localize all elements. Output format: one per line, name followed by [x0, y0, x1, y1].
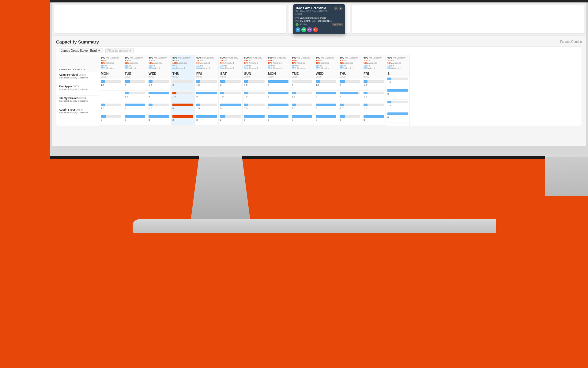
day-cell: 1.5 [314, 79, 338, 91]
day-cell: 1.5 [195, 79, 218, 91]
popup-location-row: 23290 🚗 50% [296, 23, 343, 26]
day-cell: 1.5 [338, 102, 362, 114]
day-cell: 8 [266, 91, 290, 102]
day-cell: 8 [171, 114, 194, 126]
day-cell [99, 91, 123, 102]
day-cell: 2 [338, 114, 362, 126]
filter-selector[interactable]: Filter by role(s) ▼ [105, 48, 134, 53]
staff-col-header: STAFF ALLOCATION [59, 68, 85, 71]
popup-pm-row: PM James Blundell/eronhaus [296, 17, 343, 19]
day-cell: 1.5 [290, 102, 314, 114]
day-cell: 8 [147, 91, 171, 102]
day-cell: 1.5 [147, 102, 171, 114]
day-cell: 2 [219, 79, 242, 91]
day-cell: 2 [99, 114, 123, 126]
day-cell: 8 [290, 114, 314, 126]
day-cell: 8 [314, 91, 338, 102]
day-col-thu-3: 500 hrs Capacity 500hrs 100% Assigned 0h… [171, 55, 195, 126]
day-cell: 8 [195, 114, 218, 126]
day-cell: 1.5 [386, 100, 409, 111]
day-col-tue-8: 500 hrs Capacity 300hrs 60% Assigned 150… [290, 55, 314, 126]
day-cell: 1.5 [243, 102, 266, 114]
day-col-fri-4: 500 hrs Capacity 300hrs 60% Assigned 150… [195, 55, 219, 126]
day-col-thu-10: 500 hrs Capacity 300hrs 60% Assigned 150… [338, 55, 362, 126]
day-col-sat-5: 500 hrs Capacity 300hrs 60% Assigned 150… [219, 55, 243, 126]
day-cell: 1.5 [219, 91, 242, 102]
day-col-s-12: 500 hrs Capacity 300hrs 60% Assigned 150… [386, 55, 410, 126]
day-cell: 1.5 [243, 91, 266, 102]
expand-link[interactable]: Expand/Condse [560, 40, 582, 44]
day-cell: 7 [338, 91, 362, 102]
day-cell: 1.5 [99, 102, 123, 114]
day-cell: 1.5 [123, 91, 147, 102]
day-cell: 8 [195, 91, 218, 102]
staff-row: Jimmy Cricket 00834 Electrical Supply Op… [56, 96, 99, 107]
day-cell: 8 [314, 114, 338, 126]
day-col-mon-7: 500 hrs Capacity 300hrs 60% Assigned 150… [266, 55, 290, 126]
day-cell: 1.5 [290, 91, 314, 102]
day-cell: 8 [266, 102, 290, 114]
staff-selector[interactable]: James Dean, Steven Brad ▼ [59, 48, 103, 53]
day-cell: 1.5 [362, 79, 386, 91]
day-cell: 8 [386, 111, 409, 123]
staff-row: Adam Percival 00834 Electrical Supply Op… [56, 72, 99, 84]
day-cell: 8 [123, 114, 147, 126]
day-cell: 2 [338, 79, 362, 91]
day-cell: 2 [123, 79, 147, 91]
page-title: Capactity Summary [56, 39, 99, 44]
day-cell: 1.5 [243, 79, 266, 91]
day-cell: 8 [147, 114, 171, 126]
staff-row: Tim Apple 00834 Electrical Supply Operat… [56, 84, 99, 96]
day-cell: 8 [362, 114, 386, 126]
day-cell: 8 [266, 79, 290, 91]
day-cell: 0 [171, 79, 194, 91]
popup-card: Travis Ave Beresfield SALAMANDER BAY - S… [293, 4, 345, 34]
day-col-sun-6: 500 hrs Capacity 300hrs 60% Assigned 150… [243, 55, 266, 126]
day-cell: 1.5 [195, 102, 218, 114]
day-cell: 0 [290, 79, 314, 91]
day-cell: 8 [171, 102, 194, 114]
day-col-tue-1: 500 hrs Capacity 300hrs 60% Assigned 150… [123, 55, 147, 126]
day-cell: 8 [386, 88, 409, 100]
popup-po-row: PO SM-12345 WO: 17000082141 [296, 20, 343, 22]
day-cell: 8 [266, 114, 290, 126]
day-cell: 1.5 [362, 102, 386, 114]
staff-row: Austin Frost 00834 Electrical Supply Ope… [56, 107, 99, 119]
day-cell: 1.5 [99, 79, 123, 91]
day-col-fri-11: 500 hrs Capacity 300hrs 60% Assigned 150… [362, 55, 386, 126]
day-cell: 8 [243, 114, 266, 126]
day-col-wed-2: 500 hrs Capacity 300hrs 60% Assigned 150… [147, 55, 171, 126]
day-col-mon-0: 500 hrs Capacity 300hrs 60% Assigned 150… [99, 55, 123, 126]
day-cell: 8 [123, 102, 147, 114]
popup-avatars: JK LM BR ST [296, 27, 343, 32]
day-cell: 2 [219, 114, 242, 126]
day-cell: 8 [219, 102, 242, 114]
day-cell: 1.5 [386, 76, 409, 88]
day-col-wed-9: 500 hrs Capacity 300hrs 60% Assigned 150… [314, 55, 338, 126]
day-cell: 1.5 [362, 91, 386, 102]
popup-title: Travis Ave Beresfield [296, 6, 334, 10]
day-cell: 1.5 [147, 79, 171, 91]
day-cell: 8 [314, 102, 338, 114]
day-cell: 1.5 [171, 91, 194, 102]
popup-subtitle: SALAMANDER BAY - STREET LIGHT [296, 10, 334, 15]
